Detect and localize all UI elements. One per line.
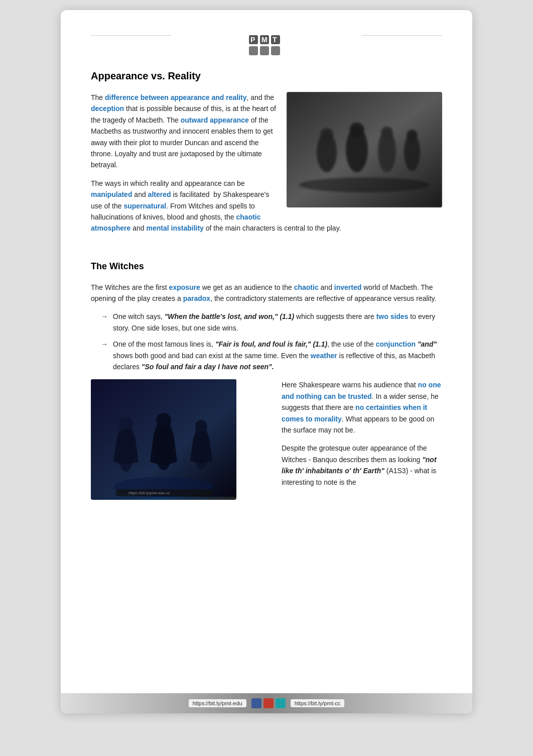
highlight-two-sides: two sides [376, 312, 409, 320]
bullet-item-2: One of the most famous lines is, "Fair i… [101, 339, 442, 372]
svg-text:P: P [250, 36, 255, 44]
quote-fair-foul: "Fair is foul, and foul is fair," (1.1) [215, 340, 327, 348]
svg-point-19 [299, 177, 430, 192]
highlight-exposure: exposure [169, 283, 200, 291]
page-container: P M T Appearance vs. Reality [61, 10, 472, 713]
highlight-manipulated: manipulated [91, 190, 132, 198]
logo-container: P M T [91, 30, 442, 60]
svg-point-14 [349, 123, 364, 138]
footer-url-center[interactable]: https://bit.ly/pmt-edu [189, 699, 246, 707]
highlight-no-certainties: no certainties when it comes to morality [282, 403, 427, 422]
section2-right-para2: Despite the grotesque outer appearance o… [282, 443, 442, 488]
image-witches-bg: https://bit.ly/pmt-edu-cc [91, 379, 236, 500]
section2-right-text: Here Shakespeare warns his audience that… [282, 379, 442, 495]
svg-rect-6 [249, 46, 258, 55]
highlight-conjunction-label: conjunction [376, 340, 416, 348]
highlight-altered: altered [148, 190, 171, 198]
svg-rect-7 [260, 46, 269, 55]
section2-title: The Witches [91, 261, 442, 272]
footer-social-icons [251, 698, 286, 708]
youtube-icon[interactable] [263, 698, 274, 708]
bullet-item-1: One witch says, "When the battle's lost,… [101, 311, 442, 334]
svg-point-16 [381, 127, 393, 139]
svg-text:T: T [273, 36, 277, 44]
highlight-deception: deception [91, 104, 124, 113]
quote-and: "and" [418, 340, 437, 348]
section1-content: The difference between appearance and re… [91, 92, 442, 241]
facebook-icon[interactable] [251, 698, 261, 708]
twitter-icon[interactable] [276, 698, 286, 708]
highlight-outward-appearance: outward appearance [181, 116, 249, 124]
highlight-no-one-trusted: no one and nothing can be trusted [282, 381, 441, 400]
quote-not-like-inhabitants: "not like th' inhabitants o' th' Earth" [282, 456, 437, 475]
highlight-difference: difference between appearance and realit… [105, 93, 246, 101]
highlight-supernatural: supernatural [123, 202, 166, 210]
deco-line-left [91, 35, 171, 36]
pmt-logo: P M T [246, 30, 287, 60]
image-macbeth-1-bg [287, 92, 442, 207]
footer-url-right[interactable]: https://bit.ly/pmt-cc [291, 699, 345, 707]
section2-image-text: https://bit.ly/pmt-edu-cc Here Shakespea… [91, 379, 442, 505]
quote-battle: "When the battle's lost, and won," (1.1) [165, 312, 295, 320]
svg-point-18 [407, 130, 418, 141]
section2-right-para1: Here Shakespeare warns his audience that… [282, 379, 442, 436]
svg-point-27 [195, 420, 207, 432]
section2-container: The Witches The Witches are the first ex… [91, 256, 442, 505]
deco-line-right [362, 35, 442, 36]
footer-bar: https://bit.ly/pmt-edu https://bit.ly/pm… [61, 693, 472, 713]
highlight-inverted: inverted [334, 283, 361, 291]
highlight-mental-instability: mental instability [147, 224, 204, 232]
svg-text:M: M [261, 36, 268, 44]
highlight-weather: weather [311, 352, 337, 360]
highlight-chaotic: chaotic [294, 283, 319, 291]
svg-rect-8 [271, 46, 280, 55]
section2-intro: The Witches are the first exposure we ge… [91, 282, 442, 304]
image-witches: https://bit.ly/pmt-edu-cc [91, 379, 236, 500]
image-macbeth-1 [287, 92, 442, 207]
highlight-paradox: paradox [183, 294, 210, 302]
svg-point-25 [156, 413, 171, 428]
quote-foul-fair-day: "So foul and fair a day I have not seen"… [142, 363, 274, 371]
svg-point-23 [119, 417, 133, 431]
bullet-list: One witch says, "When the battle's lost,… [91, 311, 442, 372]
svg-text:https://bit.ly/pmt-edu-cc: https://bit.ly/pmt-edu-cc [128, 491, 170, 495]
svg-point-12 [320, 128, 333, 141]
section1-title: Appearance vs. Reality [91, 70, 442, 82]
